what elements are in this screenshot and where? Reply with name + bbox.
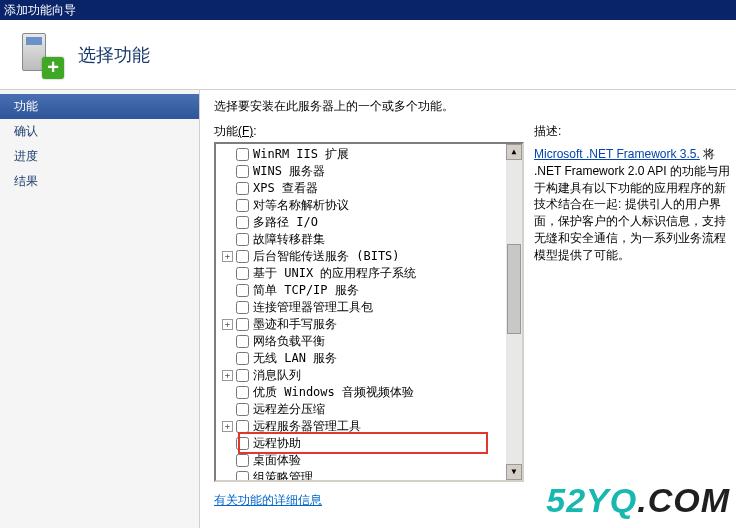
tree-item[interactable]: 优质 Windows 音频视频体验 [216,384,522,401]
tree-item[interactable]: XPS 查看器 [216,180,522,197]
wizard-steps-sidebar: 功能确认进度结果 [0,90,200,528]
tree-item[interactable]: 简单 TCP/IP 服务 [216,282,522,299]
feature-checkbox[interactable] [236,182,249,195]
feature-label: 多路径 I/O [253,214,318,231]
feature-label: 墨迹和手写服务 [253,316,337,333]
feature-checkbox[interactable] [236,148,249,161]
tree-item[interactable]: 远程差分压缩 [216,401,522,418]
scrollbar[interactable]: ▲ ▼ [506,144,522,480]
feature-label: WinRM IIS 扩展 [253,146,349,163]
tree-item[interactable]: +墨迹和手写服务 [216,316,522,333]
features-label: 功能(F): [214,123,524,140]
watermark: 52YQ.COM [546,481,730,520]
feature-label: 远程差分压缩 [253,401,325,418]
dotnet-framework-link[interactable]: Microsoft .NET Framework 3.5. [534,147,700,161]
scroll-up-button[interactable]: ▲ [506,144,522,160]
tree-item[interactable]: 故障转移群集 [216,231,522,248]
expand-icon[interactable]: + [222,319,233,330]
feature-checkbox[interactable] [236,454,249,467]
feature-checkbox[interactable] [236,233,249,246]
feature-label: 优质 Windows 音频视频体验 [253,384,414,401]
feature-checkbox[interactable] [236,250,249,263]
feature-label: WINS 服务器 [253,163,325,180]
page-title: 选择功能 [78,43,150,67]
tree-item[interactable]: 基于 UNIX 的应用程序子系统 [216,265,522,282]
feature-checkbox[interactable] [236,335,249,348]
window-titlebar: 添加功能向导 [0,0,736,20]
feature-checkbox[interactable] [236,386,249,399]
tree-item[interactable]: 网络负载平衡 [216,333,522,350]
feature-label: 网络负载平衡 [253,333,325,350]
feature-checkbox[interactable] [236,352,249,365]
feature-checkbox[interactable] [236,284,249,297]
expand-icon[interactable]: + [222,370,233,381]
feature-label: XPS 查看器 [253,180,318,197]
sidebar-step[interactable]: 结果 [0,169,199,194]
instruction-text: 选择要安装在此服务器上的一个或多个功能。 [214,98,736,115]
feature-label: 无线 LAN 服务 [253,350,337,367]
tree-item[interactable]: WINS 服务器 [216,163,522,180]
feature-checkbox[interactable] [236,437,249,450]
feature-label: 远程协助 [253,435,301,452]
expand-icon[interactable]: + [222,421,233,432]
tree-item[interactable]: 远程协助 [216,435,522,452]
feature-checkbox[interactable] [236,216,249,229]
feature-checkbox[interactable] [236,267,249,280]
sidebar-step[interactable]: 进度 [0,144,199,169]
feature-checkbox[interactable] [236,318,249,331]
expand-icon[interactable]: + [222,251,233,262]
tree-item[interactable]: +后台智能传送服务 (BITS) [216,248,522,265]
feature-checkbox[interactable] [236,369,249,382]
feature-checkbox[interactable] [236,199,249,212]
feature-label: 基于 UNIX 的应用程序子系统 [253,265,416,282]
feature-label: 远程服务器管理工具 [253,418,361,435]
tree-item[interactable]: 多路径 I/O [216,214,522,231]
tree-item[interactable]: 组策略管理 [216,469,522,482]
wizard-header: + 选择功能 [0,20,736,90]
feature-label: 消息队列 [253,367,301,384]
feature-details-link[interactable]: 有关功能的详细信息 [214,492,524,509]
tree-item[interactable]: +远程服务器管理工具 [216,418,522,435]
feature-checkbox[interactable] [236,403,249,416]
description-body: Microsoft .NET Framework 3.5. 将 .NET Fra… [534,146,730,264]
scroll-down-button[interactable]: ▼ [506,464,522,480]
sidebar-step[interactable]: 功能 [0,94,199,119]
feature-checkbox[interactable] [236,165,249,178]
feature-label: 组策略管理 [253,469,313,482]
tree-item[interactable]: WinRM IIS 扩展 [216,146,522,163]
feature-checkbox[interactable] [236,301,249,314]
sidebar-step[interactable]: 确认 [0,119,199,144]
feature-checkbox[interactable] [236,471,249,482]
description-text: 将 .NET Framework 2.0 API 的功能与用于构建具有以下功能的… [534,147,730,262]
feature-label: 桌面体验 [253,452,301,469]
tree-item[interactable]: 桌面体验 [216,452,522,469]
server-plus-icon: + [16,31,64,79]
feature-label: 简单 TCP/IP 服务 [253,282,359,299]
feature-checkbox[interactable] [236,420,249,433]
description-label: 描述: [534,123,730,140]
features-tree[interactable]: WinRM IIS 扩展WINS 服务器XPS 查看器对等名称解析协议多路径 I… [214,142,524,482]
feature-label: 后台智能传送服务 (BITS) [253,248,400,265]
feature-label: 对等名称解析协议 [253,197,349,214]
tree-item[interactable]: 无线 LAN 服务 [216,350,522,367]
feature-label: 连接管理器管理工具包 [253,299,373,316]
feature-label: 故障转移群集 [253,231,325,248]
main-panel: 选择要安装在此服务器上的一个或多个功能。 功能(F): WinRM IIS 扩展… [200,90,736,528]
tree-item[interactable]: +消息队列 [216,367,522,384]
tree-item[interactable]: 连接管理器管理工具包 [216,299,522,316]
scroll-thumb[interactable] [507,244,521,334]
tree-item[interactable]: 对等名称解析协议 [216,197,522,214]
